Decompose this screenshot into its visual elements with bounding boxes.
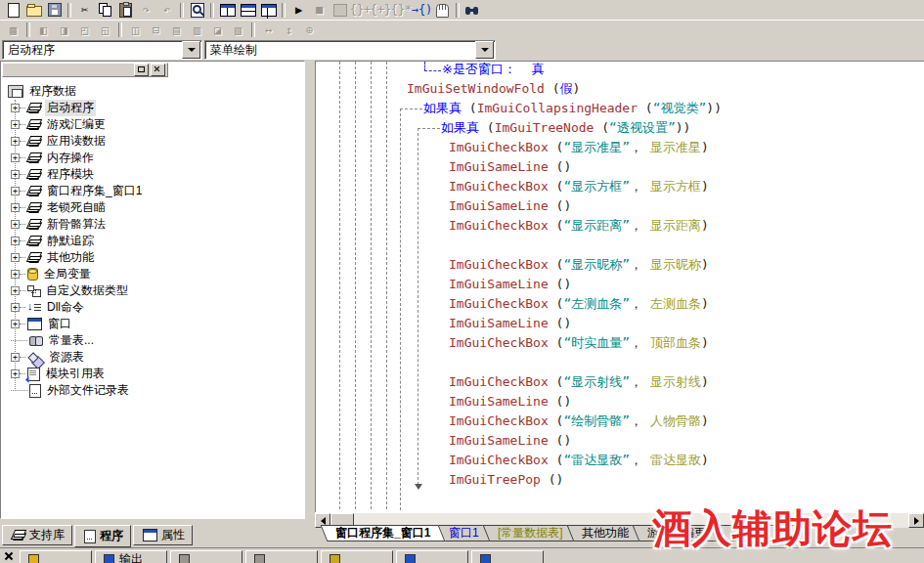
editor-tab[interactable]: [常量数据表]: [483, 525, 579, 541]
hand-button[interactable]: [432, 1, 453, 19]
open-file-button[interactable]: [23, 1, 44, 19]
toolbar-separator: [456, 3, 460, 18]
cut-button[interactable]: ✂: [74, 1, 95, 19]
expand-toggle-icon[interactable]: +: [11, 286, 20, 295]
tree-item[interactable]: +资源表: [11, 349, 86, 366]
tree-item[interactable]: +应用读数据: [11, 133, 108, 150]
expand-toggle-icon[interactable]: +: [11, 303, 20, 312]
code-line[interactable]: ImGuiCheckBox (“左测血条”， 左测血条): [449, 294, 709, 314]
editor-tab[interactable]: 游戏汇编更: [632, 525, 721, 541]
editor-tab[interactable]: [749, 525, 801, 541]
code-line[interactable]: ImGuiSameLine (): [449, 196, 571, 216]
close-output-button[interactable]: [3, 550, 15, 562]
project-icon: [8, 85, 23, 98]
expand-toggle-icon[interactable]: +: [11, 170, 20, 179]
workspace-panel-header[interactable]: [2, 63, 168, 77]
code-line[interactable]: ImGuiCheckBox (“显示射线”， 显示射线): [449, 372, 709, 392]
run-to-cursor-button[interactable]: →{): [412, 1, 432, 19]
workspace-tab-item[interactable]: 属性: [133, 525, 193, 545]
code-line[interactable]: ImGuiCheckBox (“显示距离”， 显示距离): [449, 216, 709, 236]
code-line[interactable]: ImGuiSetWindowFold (假): [407, 79, 580, 99]
split-horizontal-button[interactable]: [238, 1, 258, 19]
code-line[interactable]: ImGuiSameLine (): [449, 157, 571, 177]
output-tab[interactable]: [245, 550, 318, 563]
code-line[interactable]: ImGuiTreePop (): [449, 470, 563, 490]
copy-button[interactable]: [95, 1, 115, 19]
tree-item[interactable]: +其他功能: [11, 249, 96, 266]
expand-toggle-icon[interactable]: +: [11, 120, 20, 129]
expand-toggle-icon[interactable]: +: [11, 104, 20, 112]
tree-item[interactable]: 程序数据: [6, 83, 78, 100]
expand-toggle-icon[interactable]: +: [11, 137, 20, 146]
split-vertical-button[interactable]: [217, 1, 238, 19]
output-tab[interactable]: [396, 550, 468, 563]
code-line[interactable]: ImGuiSameLine (): [449, 314, 571, 333]
tree-item[interactable]: +自定义数据类型: [11, 282, 130, 299]
output-tab[interactable]: [20, 550, 92, 563]
combo-dropdown-button[interactable]: [475, 41, 494, 59]
code-line[interactable]: 如果真 (ImGuiTreeNode (“透视设置”)): [441, 118, 690, 138]
expand-toggle-icon[interactable]: +: [11, 187, 20, 195]
tree-item[interactable]: +全局变量: [11, 266, 93, 282]
tree-item[interactable]: +窗口: [11, 316, 73, 332]
tree-item[interactable]: +静默追踪: [11, 233, 96, 249]
tree-item[interactable]: 外部文件记录表: [11, 382, 131, 399]
code-line[interactable]: ImGuiSameLine (): [449, 431, 571, 451]
expand-toggle-icon[interactable]: +: [11, 253, 20, 262]
code-line[interactable]: ImGuiSameLine (): [449, 275, 571, 294]
tree-item[interactable]: +老锁死自瞄: [11, 199, 108, 216]
code-token: (): [541, 472, 563, 487]
editor-tab[interactable]: 窗口程序集_窗口1: [321, 525, 446, 541]
tree-item[interactable]: +新骨骼算法: [11, 216, 108, 233]
output-tab[interactable]: [170, 550, 242, 563]
panel-splitter[interactable]: [305, 61, 315, 524]
expand-toggle-icon[interactable]: +: [11, 369, 20, 378]
combo-dropdown-button[interactable]: [182, 41, 200, 59]
expand-toggle-icon[interactable]: +: [11, 153, 20, 162]
code-line[interactable]: ImGuiCheckBox (“显示准星”， 显示准星): [449, 138, 709, 157]
expand-toggle-icon[interactable]: +: [11, 353, 20, 362]
code-line[interactable]: ImGuiCheckBox (“显示方框”， 显示方框): [449, 177, 709, 196]
expand-toggle-icon[interactable]: +: [11, 320, 20, 328]
output-tab[interactable]: [471, 550, 544, 563]
code-token: ，: [630, 296, 650, 311]
workspace-tab-item[interactable]: 支持库: [2, 525, 72, 545]
startup-program-combo[interactable]: 启动程序: [2, 40, 202, 60]
program-data-tree[interactable]: 程序数据+启动程序+游戏汇编更+应用读数据+内存操作+程序模块+窗口程序集_窗口…: [3, 79, 302, 516]
paste-button[interactable]: [115, 1, 136, 19]
tree-item[interactable]: +游戏汇编更: [11, 116, 108, 133]
output-tab[interactable]: [321, 550, 393, 563]
code-line[interactable]: ImGuiCheckBox (“雷达显敌”， 雷达显敌): [449, 451, 709, 470]
expand-toggle-icon[interactable]: +: [11, 270, 20, 279]
tree-item[interactable]: +窗口程序集_窗口1: [11, 183, 144, 199]
code-line[interactable]: 如果真 (ImGuiCollapsingHeader (“视觉类”)): [423, 99, 722, 118]
code-line[interactable]: ImGuiCheckBox (“绘制骨骼”， 人物骨骼): [449, 411, 709, 431]
tree-item[interactable]: +内存操作: [11, 150, 96, 166]
search-in-project-button[interactable]: [462, 1, 483, 19]
tree-item[interactable]: +启动程序: [11, 100, 96, 116]
tree-item[interactable]: +Dll命令: [11, 299, 86, 316]
output-tab[interactable]: 输出: [95, 550, 167, 563]
code-line[interactable]: ImGuiCheckBox (“时实血量”， 顶部血条): [449, 333, 709, 353]
find-button[interactable]: [187, 1, 207, 19]
workspace-tab-active[interactable]: 程序: [74, 525, 131, 547]
code-line[interactable]: ImGuiCheckBox (“显示昵称”， 显示昵称): [449, 255, 709, 275]
subroutine-combo[interactable]: 菜单绘制: [204, 40, 496, 60]
code-line[interactable]: ImGuiSameLine (): [449, 392, 571, 411]
tree-item[interactable]: +程序模块: [11, 166, 96, 183]
editor-tab[interactable]: 其他功能: [566, 525, 643, 541]
run-button[interactable]: ▶: [288, 1, 309, 19]
new-file-button[interactable]: [3, 1, 23, 19]
close-panel-button[interactable]: [151, 64, 165, 76]
open-file-icon: [26, 6, 42, 17]
split-grid-button[interactable]: [258, 1, 279, 19]
expand-toggle-icon[interactable]: +: [11, 203, 20, 212]
code-editor[interactable]: ※是否窗口： 真ImGuiSetWindowFold (假)如果真 (ImGui…: [315, 61, 924, 512]
expand-toggle-icon[interactable]: +: [11, 220, 20, 229]
code-line[interactable]: ※是否窗口： 真: [442, 61, 545, 79]
expand-toggle-icon[interactable]: +: [11, 237, 20, 245]
save-button[interactable]: [44, 1, 65, 19]
tree-item[interactable]: 常量表...: [11, 332, 96, 349]
restore-panel-button[interactable]: [134, 64, 149, 76]
tree-item[interactable]: +模块引用表: [11, 366, 107, 382]
